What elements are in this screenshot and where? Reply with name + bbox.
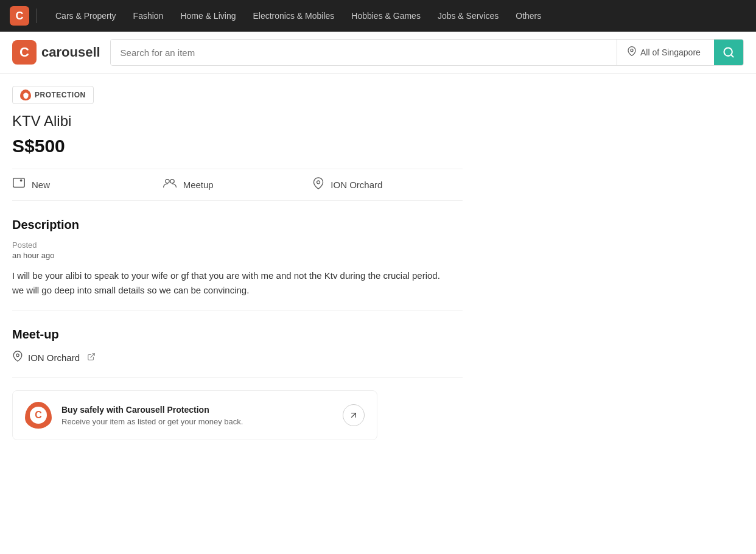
protection-card-title: Buy safely with Carousell Protection <box>61 405 333 415</box>
meetup-text: Meetup <box>183 180 214 190</box>
nav-item-others[interactable]: Others <box>507 0 550 32</box>
svg-point-7 <box>317 181 320 184</box>
top-navigation: C Cars & Property Fashion Home & Living … <box>0 0 756 32</box>
description-body: I will be your alibi to speak to your wi… <box>12 268 463 298</box>
meetup-location-row: ION Orchard <box>12 350 463 365</box>
svg-line-2 <box>731 55 733 57</box>
brand-logo-text: carousell <box>41 44 100 60</box>
posted-label: Posted <box>12 240 463 250</box>
protection-card-logo-letter: C <box>35 410 42 421</box>
brand-logo-link[interactable]: C carousell <box>12 40 100 65</box>
nav-item-fashion[interactable]: Fashion <box>125 0 172 32</box>
main-content: PROTECTION KTV Alibi S$500 New <box>0 74 475 452</box>
protection-badge-icon <box>20 89 31 100</box>
svg-point-0 <box>631 49 633 52</box>
protection-card: C Buy safely with Carousell Protection R… <box>12 390 377 440</box>
nav-item-cars[interactable]: Cars & Property <box>47 0 125 32</box>
svg-rect-3 <box>13 178 24 188</box>
nav-item-home[interactable]: Home & Living <box>172 0 244 32</box>
protection-card-text: Buy safely with Carousell Protection Rec… <box>61 405 333 426</box>
protection-badge: PROTECTION <box>12 86 94 104</box>
posted-time: an hour ago <box>12 251 463 260</box>
svg-point-6 <box>170 180 173 183</box>
nav-logo-icon: C <box>10 6 29 26</box>
nav-link-cars[interactable]: Cars & Property <box>47 0 125 32</box>
location-detail: ION Orchard <box>312 177 463 193</box>
site-header: C carousell All of Singapore <box>0 32 756 74</box>
item-title: KTV Alibi <box>12 113 463 130</box>
protection-card-arrow-button[interactable] <box>343 404 365 426</box>
description-section: Description Posted an hour ago I will be… <box>12 201 463 310</box>
condition-icon <box>12 177 26 193</box>
nav-link-electronics[interactable]: Electronics & Mobiles <box>244 0 343 32</box>
external-link-icon <box>87 352 96 363</box>
nav-items-list: Cars & Property Fashion Home & Living El… <box>47 0 550 32</box>
search-button[interactable] <box>714 40 743 65</box>
condition-text: New <box>32 180 50 190</box>
meetup-section-title: Meet-up <box>12 328 463 342</box>
details-row: New Meetup ION Orchard <box>12 169 463 201</box>
location-section: All of Singapore <box>617 40 714 65</box>
meetup-section: Meet-up ION Orchard <box>12 310 463 378</box>
condition-detail: New <box>12 177 163 193</box>
brand-logo-icon: C <box>12 40 37 65</box>
nav-item-jobs[interactable]: Jobs & Services <box>429 0 507 32</box>
protection-card-logo: C <box>25 402 52 429</box>
nav-item-electronics[interactable]: Electronics & Mobiles <box>244 0 343 32</box>
protection-card-subtitle: Receive your item as listed or get your … <box>61 417 333 426</box>
nav-link-jobs[interactable]: Jobs & Services <box>429 0 507 32</box>
item-price: S$500 <box>12 136 463 156</box>
svg-point-4 <box>20 180 23 182</box>
protection-card-logo-inner: C <box>30 407 47 424</box>
svg-line-10 <box>352 413 356 418</box>
meetup-detail: Meetup <box>163 177 313 193</box>
listing-location-text: ION Orchard <box>331 180 382 190</box>
location-text: All of Singapore <box>640 47 701 57</box>
meetup-location-name: ION Orchard <box>28 352 80 363</box>
meetup-icon <box>163 177 177 193</box>
meetup-location-icon <box>12 350 23 365</box>
listing-location-icon <box>312 177 324 193</box>
nav-link-hobbies[interactable]: Hobbies & Games <box>343 0 429 32</box>
protection-badge-text: PROTECTION <box>35 91 86 99</box>
description-title: Description <box>12 218 463 232</box>
nav-item-hobbies[interactable]: Hobbies & Games <box>343 0 429 32</box>
nav-link-fashion[interactable]: Fashion <box>125 0 172 32</box>
search-input[interactable] <box>111 40 617 65</box>
svg-point-8 <box>16 354 19 357</box>
nav-divider <box>37 9 37 23</box>
search-bar: All of Singapore <box>110 39 744 66</box>
svg-line-9 <box>91 354 94 357</box>
svg-point-5 <box>165 180 169 183</box>
location-icon <box>627 46 637 58</box>
nav-link-others[interactable]: Others <box>507 0 550 32</box>
nav-link-home[interactable]: Home & Living <box>172 0 244 32</box>
